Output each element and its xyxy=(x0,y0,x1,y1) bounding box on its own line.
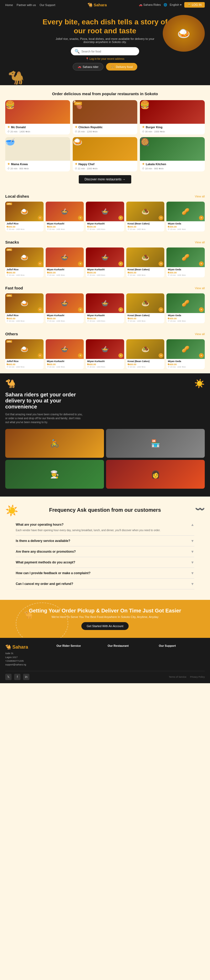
view-all-link[interactable]: View all xyxy=(195,241,205,244)
globe-icon: 🌐 xyxy=(164,3,167,6)
food-button[interactable]: 🍔 Delivery food xyxy=(106,63,137,70)
add-to-cart-button[interactable]: + xyxy=(199,215,204,220)
add-to-cart-button[interactable]: + xyxy=(119,307,123,312)
food-card[interactable]: 🍲 + Miyan Kurkashi ₦400.00 ⏱ 20 min · 14… xyxy=(46,248,84,277)
faq-item[interactable]: Are there any discounts or promotions? ▼ xyxy=(16,546,194,557)
add-to-cart-button[interactable]: + xyxy=(38,261,43,266)
food-card[interactable]: 🧆 + Kosai (Bean Cakes) ₦400.00 ⏱ 20 min … xyxy=(126,339,165,369)
add-to-cart-button[interactable]: + xyxy=(159,261,163,266)
food-card-price: ₦400.00 xyxy=(6,226,42,228)
food-card-price: ₦400.00 xyxy=(6,363,42,366)
add-to-cart-button[interactable]: + xyxy=(78,261,83,266)
food-card[interactable]: 🧆 + Kosai (Bean Cakes) ₦400.00 ⏱ 20 min … xyxy=(126,293,165,323)
restaurant-card[interactable]: 🍔 ★ Mc Donald ⏱ 20 min · 1400 ₦min xyxy=(5,100,70,135)
food-card[interactable]: 🥜 + Miyan Geda ₦400.00 ⏱ 20 min · 1400 ₦… xyxy=(167,339,205,369)
add-to-cart-button[interactable]: + xyxy=(78,215,83,220)
delivery-image-3: 👨‍🍳 xyxy=(5,460,104,489)
food-card-meta: ⏱ 20 min · 1400 ₦min xyxy=(128,228,163,230)
food-card-image: 🥜 + xyxy=(167,202,205,221)
faq-item-header: Is there a delivery service available? ▼ xyxy=(16,539,194,543)
food-card-body: Miyan Kurkashi ₦400.00 ⏱ 20 min · 1400 ₦… xyxy=(46,267,84,277)
food-card[interactable]: 🍲 + Miyan Kurkashi ₦400.00 ⏱ 20 min · 14… xyxy=(86,248,124,277)
add-to-cart-button[interactable]: + xyxy=(159,353,163,358)
nav-support[interactable]: Our Support xyxy=(40,3,55,6)
add-to-cart-button[interactable]: + xyxy=(119,261,123,266)
food-card[interactable]: 🧆 + Kosai (Bean Cakes) ₦400.00 ⏱ 20 min … xyxy=(126,202,165,232)
delivery-section: 🐪 ☀️ Sahara riders get your order delive… xyxy=(0,373,210,496)
faq-item[interactable]: How can I provide feedback or make a com… xyxy=(16,568,194,579)
faq-item[interactable]: Is there a delivery service available? ▼ xyxy=(16,536,194,546)
food-card[interactable]: 🍲 + Miyan Kurkashi ₦400.00 ⏱ 20 min · 14… xyxy=(46,202,84,232)
faq-item[interactable]: Can I cancel my order and get refund? ▼ xyxy=(16,579,194,589)
food-card-image: 🍲 + xyxy=(46,202,84,221)
food-card-image: 🍛 20% + xyxy=(5,202,43,221)
food-card[interactable]: 🍛 20% + Jollof Rice ₦400.00 ⏱ 20 min · 1… xyxy=(5,293,43,323)
food-card-meta: ⏱ 20 min · 1400 ₦min xyxy=(6,274,42,276)
food-card[interactable]: 🍛 20% + Jollof Rice ₦400.00 ⏱ 20 min · 1… xyxy=(5,248,43,277)
add-to-cart-button[interactable]: + xyxy=(199,353,204,358)
food-card-meta: ⏱ 20 min · 1400 ₦min xyxy=(6,320,42,322)
restaurant-card[interactable]: 🍗 Open ★ Chicken Republic ⏱ 25 min · 120… xyxy=(73,100,138,135)
search-bar[interactable]: 🔍 xyxy=(71,47,139,55)
view-all-link[interactable]: View all xyxy=(195,332,205,336)
add-to-cart-button[interactable]: + xyxy=(38,215,43,220)
add-to-cart-button[interactable]: + xyxy=(199,261,204,266)
rider-button[interactable]: 🚗 Sahara rider xyxy=(73,63,104,70)
search-input[interactable] xyxy=(82,50,135,53)
add-to-cart-button[interactable]: + xyxy=(119,215,123,220)
add-to-cart-button[interactable]: + xyxy=(38,353,43,358)
food-card-body: Jollof Rice ₦400.00 ⏱ 20 min · 1400 ₦min xyxy=(5,267,43,277)
food-card[interactable]: 🍛 20% + Jollof Rice ₦400.00 ⏱ 20 min · 1… xyxy=(5,202,43,232)
add-to-cart-button[interactable]: + xyxy=(38,307,43,312)
language-select[interactable]: English ▾ xyxy=(170,3,182,6)
food-section-header: OthersView all xyxy=(5,332,205,336)
food-card[interactable]: 🥜 + Miyan Geda ₦400.00 ⏱ 20 min · 1400 ₦… xyxy=(167,202,205,232)
food-card[interactable]: 🥜 + Miyan Geda ₦400.00 ⏱ 20 min · 1400 ₦… xyxy=(167,293,205,323)
restaurant-name: ★ Happy Chef xyxy=(73,161,138,167)
cta-banner: 🐪 Getting Your Order Pickup & Deliver On… xyxy=(0,600,210,638)
restaurant-card[interactable]: 🍛 ★ Happy Chef ⏱ 22 min · 1000 ₦min xyxy=(73,137,138,172)
add-to-cart-button[interactable]: + xyxy=(159,215,163,220)
food-card[interactable]: 🍲 + Miyan Kurkashi ₦400.00 ⏱ 20 min · 14… xyxy=(46,293,84,323)
add-to-cart-button[interactable]: + xyxy=(199,307,204,312)
restaurant-card[interactable]: 🥣 ★ Mama Kowa ⏱ 20 min · 800 ₦min xyxy=(5,137,70,172)
view-all-link[interactable]: View all xyxy=(195,195,205,198)
facebook-icon[interactable]: f xyxy=(14,674,21,680)
food-card-name: Miyan Kurkashi xyxy=(87,222,123,225)
location-text[interactable]: 📍 Log in for your recent address xyxy=(5,57,205,60)
add-to-cart-button[interactable]: + xyxy=(78,353,83,358)
add-to-cart-button[interactable]: + xyxy=(119,353,123,358)
food-card-meta: ⏱ 20 min · 1400 ₦min xyxy=(168,274,204,276)
faq-item[interactable]: What are your operating hours? ▲ Each ve… xyxy=(16,519,194,536)
sahara-rides-link[interactable]: 🚗 Sahara Rides xyxy=(139,3,161,6)
add-to-cart-button[interactable]: + xyxy=(78,307,83,312)
footer-col-restaurant: Our Restaurant xyxy=(107,644,154,667)
food-card-image: 🥜 + xyxy=(167,339,205,359)
terms-link[interactable]: Terms of Service xyxy=(169,676,186,678)
food-card[interactable]: 🍲 + Miyan Kurkashi ₦400.00 ⏱ 20 min · 14… xyxy=(86,202,124,232)
rider-icon: 🚗 xyxy=(78,65,82,68)
nav-partner[interactable]: Partner with us xyxy=(16,3,36,6)
food-card[interactable]: 🍲 + Miyan Kurkashi ₦400.00 ⏱ 20 min · 14… xyxy=(86,293,124,323)
popular-restaurants-section: Order delicious meal from popular restau… xyxy=(0,85,210,190)
view-all-link[interactable]: View all xyxy=(195,286,205,290)
restaurant-card[interactable]: 🥘 ★ Lakala Kitchen ⏱ 18 min · 900 ₦min xyxy=(140,137,205,172)
food-card[interactable]: 🧆 + Kosai (Bean Cakes) ₦400.00 ⏱ 20 min … xyxy=(126,248,165,277)
faq-question: How can I provide feedback or make a com… xyxy=(16,571,91,575)
food-section: Fast foodView all 🍛 20% + Jollof Rice ₦4… xyxy=(0,282,210,328)
footer-legal: Terms of Service Privacy Policy xyxy=(169,676,205,678)
cta-button[interactable]: Get Started With An Account xyxy=(82,622,128,630)
food-card[interactable]: 🍲 + Miyan Kurkashi ₦400.00 ⏱ 20 min · 14… xyxy=(46,339,84,369)
login-button[interactable]: 🔒 LOG IN xyxy=(184,2,205,8)
restaurant-card[interactable]: 🍔 ★ Burger King ⏱ 30 min · 1500 ₦min xyxy=(140,100,205,135)
discover-button[interactable]: Discover more restaurants → xyxy=(79,175,131,183)
linkedin-icon[interactable]: in xyxy=(23,674,29,680)
nav-home[interactable]: Home xyxy=(5,3,13,6)
food-card[interactable]: 🍲 + Miyan Kurkashi ₦400.00 ⏱ 20 min · 14… xyxy=(86,339,124,369)
privacy-link[interactable]: Privacy Policy xyxy=(190,676,205,678)
food-card[interactable]: 🥜 + Miyan Geda ₦400.00 ⏱ 20 min · 1400 ₦… xyxy=(167,248,205,277)
twitter-icon[interactable]: 𝕏 xyxy=(5,674,11,680)
add-to-cart-button[interactable]: + xyxy=(159,307,163,312)
faq-item[interactable]: What payment methods do you accept? ▼ xyxy=(16,557,194,568)
food-card[interactable]: 🍛 20% + Jollof Rice ₦400.00 ⏱ 20 min · 1… xyxy=(5,339,43,369)
